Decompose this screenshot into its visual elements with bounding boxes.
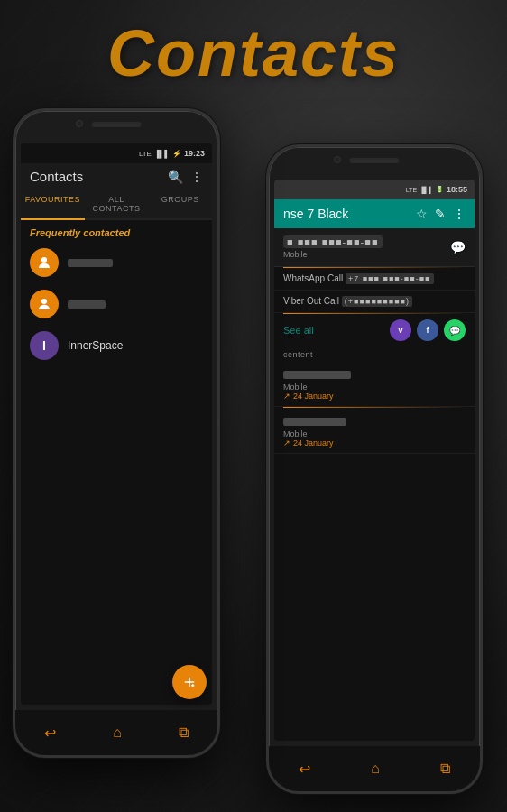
right-screen: LTE ▐▌▌ 🔋 18:55 nse 7 Black ☆ ✎ ⋮: [274, 180, 475, 741]
recent-detail-2: Mobile: [283, 429, 466, 438]
recent-section-label: centent: [274, 346, 475, 361]
signal-icon-right: ▐▌▌: [419, 187, 433, 193]
nav-bar-left: ↩ ⌂ ⧉: [15, 710, 217, 755]
contact-item-innerspace[interactable]: I InnerSpace: [21, 325, 212, 366]
status-time-left: 19:23: [184, 149, 205, 158]
status-bar-right: LTE ▐▌▌ 🔋 18:55: [274, 180, 475, 199]
recent-name-blur-1: [283, 371, 351, 379]
see-all-label[interactable]: See all: [283, 325, 314, 336]
tab-favourites[interactable]: FAVOURITES: [21, 189, 85, 220]
home-nav-right[interactable]: ⌂: [371, 761, 380, 777]
contact-name-1: [68, 256, 113, 269]
contacts-app-title: Contacts: [30, 169, 83, 184]
lte-icon: LTE: [139, 150, 152, 158]
whatsapp-call-item[interactable]: WhatsApp Call +7 ■■■ ■■■-■■-■■: [274, 268, 475, 291]
header-icons: 🔍 ⋮: [168, 170, 203, 184]
whatsapp-number: +7 ■■■ ■■■-■■-■■: [346, 273, 434, 284]
phone-number-blurred: ■ ■■■ ■■■-■■-■■: [283, 235, 383, 248]
back-nav-left[interactable]: ↩: [44, 724, 56, 742]
more-menu-icon[interactable]: ⋮: [190, 170, 203, 184]
whatsapp-call-text: WhatsApp Call +7 ■■■ ■■■-■■-■■: [283, 273, 466, 284]
phones-container: LTE ▐▌▌ ⚡ 19:23 Contacts 🔍 ⋮ FAVOURITES …: [0, 99, 507, 785]
speaker-right: [350, 158, 400, 163]
number-type-label: Mobile: [283, 250, 383, 259]
detail-header-icons: ☆ ✎ ⋮: [416, 207, 466, 221]
page-title: Contacts: [0, 0, 507, 99]
status-bar-left: LTE ▐▌▌ ⚡ 19:23: [21, 143, 212, 163]
recent-date-2: ↗ 24 January: [283, 438, 466, 448]
battery-icon: ⚡: [172, 150, 181, 158]
contact-detail-header: nse 7 Black ☆ ✎ ⋮: [274, 199, 475, 228]
home-nav-left[interactable]: ⌂: [113, 724, 122, 741]
contacts-header: Contacts 🔍 ⋮: [21, 163, 212, 189]
svg-point-1: [41, 299, 47, 304]
recents-nav-right[interactable]: ⧉: [440, 761, 450, 777]
tabs-bar: FAVOURITES ALL CONTACTS GROUPS: [21, 189, 212, 220]
camera-left: [76, 120, 83, 127]
tab-groups[interactable]: GROUPS: [148, 189, 212, 218]
contact-item-1[interactable]: [21, 242, 212, 283]
see-all-row[interactable]: See all V f 💬: [274, 314, 475, 346]
recents-nav-left[interactable]: ⧉: [179, 724, 189, 741]
lte-icon-right: LTE: [406, 187, 417, 193]
contact-name-2: [68, 298, 106, 310]
contact-detail-name: nse 7 Black: [283, 207, 348, 221]
contact-name-innerspace: InnerSpace: [68, 339, 123, 352]
contact-item-2[interactable]: [21, 283, 212, 325]
status-icons-right: LTE ▐▌▌ 🔋: [406, 186, 444, 193]
avatar-1: [30, 248, 59, 277]
left-screen: LTE ▐▌▌ ⚡ 19:23 Contacts 🔍 ⋮ FAVOURITES …: [21, 143, 212, 705]
recent-date-1: ↗ 24 January: [283, 392, 466, 401]
recent-name-blur-2: [283, 418, 346, 426]
app-icons-row: V f 💬: [390, 319, 466, 341]
viber-number: (+■■■■■■■■■): [342, 296, 412, 307]
recent-item-1[interactable]: Mobile ↗ 24 January: [274, 361, 475, 407]
phone-number-row: ■ ■■■ ■■■-■■-■■ Mobile 💬: [283, 235, 466, 259]
frequently-contacted-label: Frequently contacted: [21, 220, 212, 242]
svg-point-0: [41, 257, 47, 263]
edit-icon[interactable]: ✎: [435, 207, 446, 221]
back-nav-right[interactable]: ↩: [299, 761, 310, 778]
more-icon-right[interactable]: ⋮: [453, 207, 466, 221]
outgoing-arrow-1: ↗: [283, 392, 290, 401]
number-value: ■ ■■■ ■■■-■■-■■ Mobile: [283, 235, 383, 259]
avatar-2: [30, 290, 59, 318]
outgoing-arrow-2: ↗: [283, 438, 290, 448]
viber-call-item[interactable]: Viber Out Call (+■■■■■■■■■): [274, 291, 475, 313]
search-icon[interactable]: 🔍: [168, 170, 183, 184]
left-phone: LTE ▐▌▌ ⚡ 19:23 Contacts 🔍 ⋮ FAVOURITES …: [13, 108, 220, 758]
recent-item-2[interactable]: Mobile ↗ 24 January: [274, 408, 475, 454]
viber-app-icon[interactable]: V: [390, 319, 411, 341]
signal-icon: ▐▌▌: [154, 150, 170, 158]
star-icon[interactable]: ☆: [416, 207, 428, 221]
viber-call-text: Viber Out Call (+■■■■■■■■■): [283, 296, 466, 307]
whatsapp-app-icon[interactable]: 💬: [444, 319, 466, 341]
message-icon[interactable]: 💬: [450, 240, 466, 254]
add-contact-fab[interactable]: [172, 665, 207, 699]
phone-number-section: ■ ■■■ ■■■-■■-■■ Mobile 💬: [274, 228, 475, 267]
status-icons-left: LTE ▐▌▌ ⚡: [139, 150, 181, 158]
right-phone: LTE ▐▌▌ 🔋 18:55 nse 7 Black ☆ ✎ ⋮: [266, 144, 483, 794]
speaker-left: [92, 122, 142, 127]
recent-detail-1: Mobile: [283, 383, 466, 392]
camera-right: [334, 156, 341, 163]
battery-icon-right: 🔋: [436, 186, 444, 193]
facebook-app-icon[interactable]: f: [417, 319, 438, 341]
status-time-right: 18:55: [447, 185, 467, 194]
tab-all-contacts[interactable]: ALL CONTACTS: [85, 189, 149, 218]
nav-bar-right: ↩ ⌂ ⧉: [269, 746, 480, 791]
avatar-innerspace: I: [30, 331, 59, 360]
